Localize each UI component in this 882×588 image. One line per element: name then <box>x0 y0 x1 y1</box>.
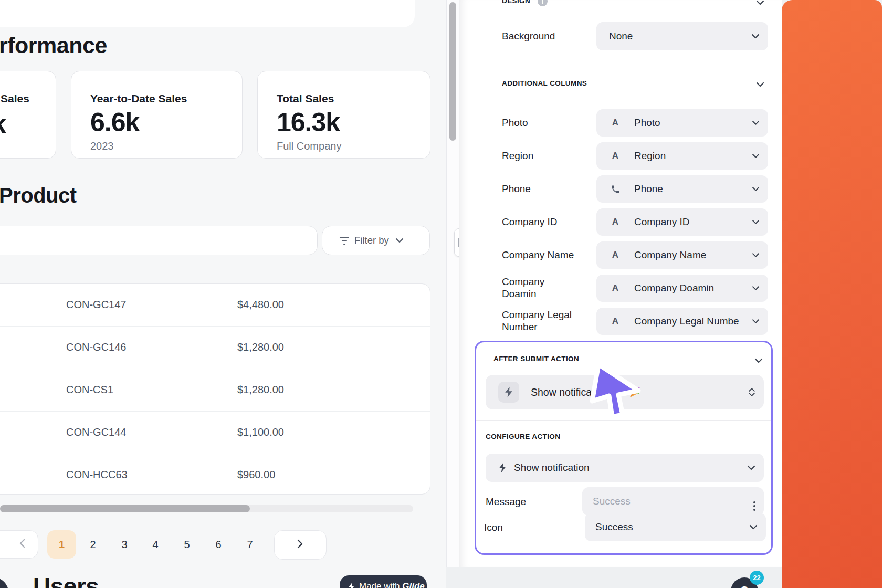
column-label-company-legal-number: Company Legal Number <box>502 309 594 333</box>
configure-action-select[interactable]: Show notification <box>486 454 764 482</box>
kpi-subtitle: 2023 <box>90 140 114 152</box>
text-column-icon: A <box>605 316 626 327</box>
preview-pane: rformance Sales k Year-to-Date Sales 6.6… <box>0 0 446 588</box>
chevron-down-icon <box>752 220 760 225</box>
notification-count: 22 <box>753 574 760 582</box>
search-input[interactable] <box>0 226 318 255</box>
column-value: Company Doamin <box>634 282 714 294</box>
pagination-next-button[interactable] <box>274 530 327 560</box>
lightning-icon <box>498 382 519 403</box>
chevron-down-icon <box>751 34 760 39</box>
background-label: Background <box>502 30 555 42</box>
pagination-page-6[interactable]: 6 <box>204 530 233 559</box>
chevron-down-icon <box>752 187 760 192</box>
column-value: Company Legal Numbe <box>634 316 739 327</box>
info-icon: i <box>538 0 548 6</box>
chevron-down-icon <box>752 286 760 291</box>
column-value: Photo <box>634 117 660 129</box>
chevron-down-icon <box>395 238 404 243</box>
column-select-company-legal-number[interactable]: A Company Legal Numbe <box>596 308 768 335</box>
horizontal-scrollbar-thumb[interactable] <box>0 505 250 512</box>
product-price: $1,280.00 <box>237 341 284 353</box>
after-submit-chevron-icon[interactable] <box>754 356 763 365</box>
design-section-title: DESIGN <box>502 0 530 5</box>
pagination-page-1[interactable]: 1 <box>47 530 76 559</box>
column-label-region: Region <box>502 150 533 162</box>
column-select-phone[interactable]: Phone <box>596 175 768 203</box>
column-label-phone: Phone <box>502 183 531 195</box>
icon-value: Success <box>595 521 633 533</box>
configure-action-value: Show notification <box>514 462 590 474</box>
table-row[interactable]: CON-GC147 $4,480.00 <box>0 284 430 326</box>
icon-label: Icon <box>484 522 503 533</box>
product-code: CON-GC144 <box>66 426 126 438</box>
pagination-page-7[interactable]: 7 <box>235 530 265 559</box>
phone-icon <box>605 184 626 194</box>
design-section-chevron-icon[interactable] <box>756 0 764 7</box>
made-with-label: Made with <box>359 581 400 588</box>
pagination-page-5[interactable]: 5 <box>172 530 202 559</box>
chevron-down-icon <box>747 465 755 470</box>
column-select-region[interactable]: A Region <box>596 142 768 170</box>
product-price: $960.00 <box>237 469 275 481</box>
message-input[interactable] <box>582 487 764 516</box>
product-code: CON-GC146 <box>66 341 126 353</box>
kpi-value-clipped: k <box>0 111 6 138</box>
kebab-menu-icon[interactable] <box>753 501 755 511</box>
icon-select[interactable]: Success <box>585 513 766 541</box>
tutorial-cursor-icon <box>586 360 645 421</box>
kpi-title: Year-to-Date Sales <box>90 92 187 105</box>
kpi-value: 16.3k <box>277 109 340 135</box>
section-divider <box>459 68 782 68</box>
table-row[interactable]: CON-GC146 $1,280.00 <box>0 326 430 369</box>
glide-brand-label: Glide <box>402 581 425 588</box>
filter-by-button[interactable]: Filter by <box>322 226 430 255</box>
chevron-down-icon <box>749 524 758 530</box>
chevron-down-icon <box>752 154 760 159</box>
pagination-page-4[interactable]: 4 <box>141 530 170 559</box>
pagination-prev-button[interactable] <box>0 530 38 559</box>
product-heading: Product <box>0 184 77 207</box>
text-column-icon: A <box>605 283 626 293</box>
column-value: Phone <box>634 183 663 195</box>
users-section-icon <box>0 578 8 588</box>
product-code: CON-GC147 <box>66 299 126 311</box>
additional-columns-chevron-icon[interactable] <box>756 80 764 89</box>
made-with-glide-badge[interactable]: Made with Glide <box>340 575 427 588</box>
column-label-company-domain: Company Doamin <box>502 276 581 300</box>
additional-columns-section-title: ADDITIONAL COLUMNS <box>502 79 587 87</box>
column-select-photo[interactable]: A Photo <box>596 109 768 136</box>
background-value: None <box>609 30 633 42</box>
kpi-value: 6.6k <box>90 109 139 135</box>
column-label-company-name: Company Name <box>502 249 574 261</box>
column-value: Region <box>634 150 666 162</box>
column-select-company-id[interactable]: A Company ID <box>596 208 768 236</box>
column-label-company-id: Company ID <box>502 216 558 228</box>
pagination-page-2[interactable]: 2 <box>78 530 108 559</box>
column-select-company-domain[interactable]: A Company Doamin <box>596 275 768 302</box>
pagination-page-3[interactable]: 3 <box>110 530 139 559</box>
lightning-icon <box>348 582 355 588</box>
filter-by-label: Filter by <box>354 235 389 246</box>
column-select-company-name[interactable]: A Company Name <box>596 242 768 269</box>
text-column-icon: A <box>605 250 626 260</box>
chevron-down-icon <box>752 121 760 125</box>
background-select[interactable]: None <box>596 22 768 50</box>
inspector-panel: DESIGN i Background None ADDITIONAL COLU… <box>459 0 782 567</box>
kpi-card-ytd-sales: Year-to-Date Sales 6.6k 2023 <box>71 71 243 159</box>
table-row[interactable]: CON-GC144 $1,100.00 <box>0 411 430 454</box>
select-updown-icon <box>748 388 755 397</box>
column-value: Company Name <box>634 249 706 261</box>
performance-heading: rformance <box>0 33 107 58</box>
text-column-icon: A <box>605 118 626 128</box>
product-price: $1,100.00 <box>237 426 284 438</box>
after-submit-action-title: AFTER SUBMIT ACTION <box>494 355 579 363</box>
configure-action-title: CONFIGURE ACTION <box>486 433 560 440</box>
kpi-title: Sales <box>1 92 29 105</box>
product-code: CON-HCC63 <box>66 469 128 481</box>
vertical-scrollbar-thumb[interactable] <box>449 2 456 141</box>
kpi-card-sales-clipped: Sales k <box>0 71 56 159</box>
chevron-down-icon <box>752 253 760 258</box>
table-row[interactable]: CON-CS1 $1,280.00 <box>0 369 430 411</box>
table-row[interactable]: CON-HCC63 $960.00 <box>0 454 430 495</box>
